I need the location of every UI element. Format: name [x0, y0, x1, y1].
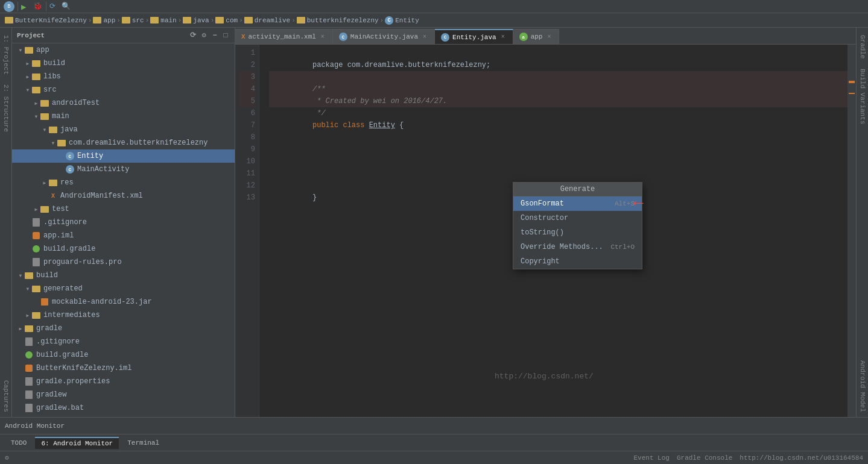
- menu-item-copyright[interactable]: Copyright: [513, 254, 642, 269]
- folder-icon-libs: [31, 72, 41, 81]
- tree-item-gradle-root[interactable]: ▶ gradle: [12, 322, 235, 335]
- breadcrumb-butterknife[interactable]: ButterKnifeZelezny: [5, 17, 87, 24]
- tab-mainactivity[interactable]: C MainActivity.java ×: [333, 29, 435, 44]
- toolbar-icon-sync[interactable]: ⟳: [49, 2, 59, 11]
- toolbar-icon-1[interactable]: B: [4, 1, 14, 12]
- folder-icon-main: [150, 17, 159, 24]
- side-tab-project[interactable]: 1: Project: [1, 30, 11, 80]
- sidebar-tree: ▼ app ▶ build ▶ libs ▼ src: [12, 43, 235, 417]
- close-tab-1[interactable]: ×: [319, 33, 326, 40]
- iml-icon-app: [31, 231, 41, 240]
- tree-item-entity[interactable]: C Entity: [12, 149, 235, 163]
- tree-item-bkziml[interactable]: ButterKnifeZelezny.iml: [12, 362, 235, 375]
- tree-item-gitignore1[interactable]: .gitignore: [12, 216, 235, 229]
- expand-icon[interactable]: □: [221, 31, 230, 40]
- close-tab-3[interactable]: ×: [499, 34, 507, 41]
- tab-todo[interactable]: TODO: [5, 437, 33, 448]
- side-tab-structure[interactable]: 2: Structure: [1, 80, 11, 137]
- menu-item-tostring[interactable]: toString(): [513, 225, 642, 240]
- tab-label-entity: Entity.java: [452, 34, 496, 41]
- sync-icon[interactable]: ⟳: [189, 31, 197, 40]
- tree-item-build-1[interactable]: ▶ build: [12, 57, 235, 70]
- side-tab-captures[interactable]: Captures: [1, 375, 11, 417]
- tree-label-pkg: com.dreamlive.butterknifezelezny: [69, 139, 207, 147]
- tree-item-gradleprops[interactable]: gradle.properties: [12, 375, 235, 388]
- minimize-icon[interactable]: −: [211, 31, 219, 40]
- close-tab-4[interactable]: ×: [545, 33, 553, 40]
- scrollbar-marker-1: [849, 81, 855, 83]
- tree-item-gitignore-root[interactable]: .gitignore: [12, 335, 235, 348]
- tab-android-monitor[interactable]: 6: Android Monitor: [35, 437, 119, 449]
- breadcrumb-com[interactable]: com: [215, 17, 238, 24]
- sep3: ›: [145, 17, 150, 24]
- status-gradle-console[interactable]: Gradle Console: [677, 454, 732, 462]
- tree-label-appiml: app.iml: [43, 231, 74, 240]
- side-tab-gradle[interactable]: Gradle: [857, 30, 868, 64]
- breadcrumb-dreamlive[interactable]: dreamlive: [244, 17, 290, 24]
- tree-label-generated: generated: [43, 284, 83, 293]
- tree-item-libs[interactable]: ▶ libs: [12, 70, 235, 83]
- tree-item-buildgradle-root[interactable]: build.gradle: [12, 348, 235, 362]
- arrow-build-root: ▼: [17, 273, 24, 278]
- status-event-log[interactable]: Event Log: [634, 454, 670, 462]
- tree-item-build-root[interactable]: ▼ build: [12, 269, 235, 282]
- side-tabs-left: 1: Project 2: Structure Captures: [0, 28, 12, 417]
- side-tab-buildvariants[interactable]: Build Variants: [857, 64, 868, 129]
- breadcrumb-src[interactable]: src: [122, 17, 144, 24]
- tab-app[interactable]: a app ×: [513, 29, 560, 44]
- code-editor[interactable]: 1 2 3 4 5 6 7 8 9 10 11 12 13 package co…: [235, 45, 856, 417]
- tree-item-main[interactable]: ▼ main: [12, 110, 235, 123]
- comment-4: * Created by wei on 2016/4/27.: [312, 97, 447, 105]
- tree-label-androidtest: androidTest: [52, 99, 100, 107]
- tab-terminal[interactable]: Terminal: [121, 437, 165, 448]
- tree-item-pkg[interactable]: ▼ com.dreamlive.butterknifezelezny: [12, 136, 235, 149]
- breadcrumb-entity[interactable]: C Entity: [385, 16, 419, 25]
- tree-label-src: src: [43, 86, 57, 94]
- breadcrumb-label-entity: Entity: [395, 17, 419, 24]
- xml-icon-tab1: X: [241, 33, 246, 40]
- menu-item-gsonformat[interactable]: GsonFormat Alt+S: [513, 196, 642, 211]
- tree-item-mainactivity[interactable]: C MainActivity: [12, 163, 235, 176]
- tab-entity[interactable]: C Entity.java ×: [435, 29, 513, 44]
- close-tab-2[interactable]: ×: [421, 33, 428, 40]
- tree-item-res[interactable]: ▶ res: [12, 176, 235, 189]
- tree-item-mockable[interactable]: mockable-android-23.jar: [12, 295, 235, 309]
- tree-item-app[interactable]: ▼ app: [12, 43, 235, 57]
- tree-item-buildgradle1[interactable]: build.gradle: [12, 242, 235, 256]
- tree-item-java[interactable]: ▼ java: [12, 123, 235, 136]
- tree-item-test[interactable]: ▶ test: [12, 202, 235, 216]
- gear-icon[interactable]: ⚙: [5, 454, 9, 462]
- tree-item-gradlew[interactable]: gradlew: [12, 388, 235, 401]
- tree-item-proguard[interactable]: proguard-rules.pro: [12, 256, 235, 269]
- breadcrumb-label-com: com: [226, 17, 238, 24]
- menu-item-constructor[interactable]: Constructor: [513, 211, 642, 225]
- toolbar-icon-debug[interactable]: 🐞: [33, 2, 43, 11]
- tree-item-src[interactable]: ▼ src: [12, 83, 235, 96]
- breadcrumb-java[interactable]: java: [183, 17, 209, 24]
- breadcrumb-pkg[interactable]: butterknifezelezny: [297, 17, 379, 24]
- menu-item-override[interactable]: Override Methods... Ctrl+O: [513, 240, 642, 254]
- toolbar-icon-run[interactable]: ▶: [21, 2, 31, 11]
- tree-item-generated[interactable]: ▼ generated: [12, 282, 235, 295]
- breadcrumb-main[interactable]: main: [150, 17, 176, 24]
- tree-item-manifest[interactable]: X AndroidManifest.xml: [12, 189, 235, 202]
- folder-icon: [5, 17, 13, 24]
- settings-icon[interactable]: ⚙: [200, 31, 208, 40]
- jar-icon: [40, 298, 49, 306]
- context-menu-title: Generate: [560, 185, 595, 193]
- xml-icon-manifest: X: [48, 192, 58, 200]
- tree-item-gradlewbat[interactable]: gradlew.bat: [12, 401, 235, 415]
- tree-item-androidtest[interactable]: ▶ androidTest: [12, 96, 235, 110]
- breadcrumb-app[interactable]: app: [93, 17, 115, 24]
- status-url: http://blog.csdn.net/u013164584: [740, 454, 863, 462]
- tree-item-appiml[interactable]: app.iml: [12, 229, 235, 242]
- c-icon-app: a: [519, 33, 528, 41]
- editor-scrollbar[interactable]: [847, 45, 856, 417]
- arrow-androidtest: ▶: [33, 101, 40, 106]
- toolbar-icon-search[interactable]: 🔍: [62, 2, 71, 11]
- tab-activity-main[interactable]: X activity_main.xml ×: [235, 29, 333, 44]
- tree-item-intermediates[interactable]: ▶ intermediates: [12, 309, 235, 322]
- breadcrumb-label-main: main: [160, 17, 176, 24]
- side-tab-androidmodel[interactable]: Android Model: [857, 356, 868, 417]
- brace-close: }: [312, 193, 317, 202]
